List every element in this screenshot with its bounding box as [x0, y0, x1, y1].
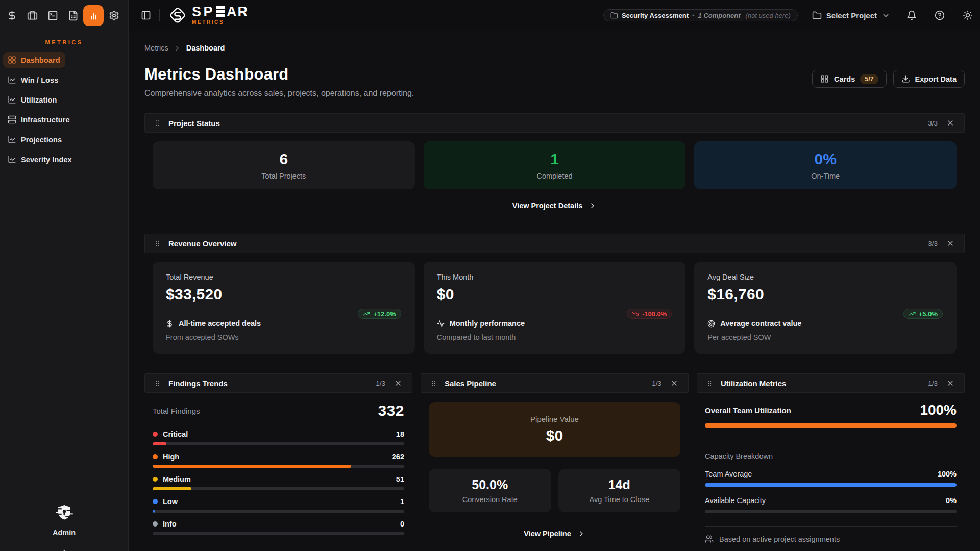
help-icon[interactable] [934, 9, 946, 21]
chart-line-icon [8, 76, 16, 84]
sidebar-item-projections[interactable]: Projections [3, 132, 67, 147]
cards-count-badge: 5/7 [860, 74, 878, 84]
revenue-overview-header: Revenue Overview 3/3 [144, 234, 965, 253]
drag-handle-icon[interactable] [154, 379, 161, 388]
progress-fill [153, 487, 191, 490]
drag-handle-icon[interactable] [154, 239, 161, 248]
admin-shield-avatar[interactable] [55, 504, 74, 522]
context-note: (not used here) [746, 12, 791, 19]
metrics-app-icon[interactable] [83, 5, 104, 26]
sidebar-section-label: METRICS [0, 39, 128, 45]
spear-logo: SP AR METRICS [167, 5, 249, 26]
trending-down-icon [632, 310, 639, 317]
trending-up-icon [363, 310, 370, 317]
findings-trends-section: Findings Trends 1/3 Total Findings 332 C… [144, 373, 412, 543]
progress-track [705, 510, 957, 513]
project-status-section: Project Status 3/3 6 Total Projects 1 Co… [144, 113, 965, 218]
team-average-row: Team Average 100% [705, 470, 957, 487]
context-component-count: 1 Component [698, 12, 741, 19]
app-icon-rail [0, 0, 129, 31]
sidebar-toggle-icon[interactable] [140, 9, 152, 21]
sidebar-item-dashboard[interactable]: Dashboard [3, 52, 65, 68]
context-project-name: Security Assessment [622, 12, 689, 19]
download-icon [901, 74, 910, 83]
conversion-rate-stat: 50.0% Conversion Rate [429, 469, 551, 512]
severity-dot [153, 477, 158, 482]
sidebar-item-win-loss[interactable]: Win / Loss [3, 72, 63, 88]
sidebar-item-utilization[interactable]: Utilization [3, 92, 62, 108]
sidebar: METRICS Dashboard Win / Loss Utilization… [0, 31, 129, 551]
severity-dot [153, 499, 158, 504]
close-icon[interactable] [670, 379, 678, 387]
documents-icon[interactable] [67, 9, 79, 21]
breadcrumb-root[interactable]: Metrics [144, 44, 168, 52]
dollar-icon [166, 320, 174, 328]
on-time-stat: 0% On-Time [694, 141, 957, 189]
close-icon[interactable] [946, 379, 954, 387]
cards-button[interactable]: Cards 5/7 [812, 70, 887, 88]
chevron-up-icon[interactable] [61, 548, 68, 551]
drag-handle-icon[interactable] [706, 379, 714, 388]
project-select-label: Select Project [826, 11, 877, 20]
sales-pipeline-header: Sales Pipeline 1/3 [421, 373, 689, 393]
close-icon[interactable] [946, 239, 954, 247]
finance-icon[interactable] [6, 9, 18, 21]
activity-icon [437, 320, 445, 328]
utilization-metrics-section: Utilization Metrics 1/3 Overall Team Uti… [697, 373, 965, 543]
drag-handle-icon[interactable] [430, 379, 437, 388]
drag-handle-icon[interactable] [154, 119, 161, 128]
export-data-button[interactable]: Export Data [893, 70, 965, 88]
progress-fill [153, 442, 166, 445]
folder-icon [610, 12, 618, 19]
finding-row-low: Low 1 [153, 497, 404, 513]
finding-row-critical: Critical 18 [153, 430, 404, 445]
chevron-down-icon [881, 11, 890, 20]
users-icon [705, 535, 714, 543]
revenue-overview-section: Revenue Overview 3/3 Total Revenue $33,5… [144, 234, 965, 362]
sidebar-item-severity-index[interactable]: Severity Index [3, 152, 77, 167]
progress-fill [153, 465, 351, 468]
section-count: 3/3 [928, 119, 938, 127]
main-content: Metrics Dashboard Metrics Dashboard Comp… [129, 31, 980, 551]
severity-dot [153, 454, 158, 459]
chevron-right-icon [174, 44, 181, 52]
close-icon[interactable] [946, 119, 954, 127]
view-pipeline-link[interactable]: View Pipeline [429, 530, 680, 538]
this-month-card: This Month $0 -100.0% Monthly performanc… [424, 262, 686, 354]
user-name: Admin [53, 529, 76, 537]
completed-projects-stat: 1 Completed [424, 141, 686, 189]
progress-track [153, 510, 404, 513]
section-count: 3/3 [928, 240, 938, 247]
section-count: 1/3 [376, 380, 385, 387]
notifications-bell-icon[interactable] [905, 9, 918, 21]
theme-toggle-sun-icon[interactable] [962, 9, 974, 21]
avg-time-to-close-stat: 14d Avg Time to Close [558, 469, 681, 512]
overall-utilization-label: Overall Team Utilization [705, 406, 791, 415]
chart-line-icon [8, 155, 16, 164]
progress-track [153, 532, 404, 535]
divider [705, 441, 957, 441]
breadcrumb-current: Dashboard [186, 44, 225, 52]
divider [705, 526, 957, 527]
view-project-details-link[interactable]: View Project Details [153, 202, 957, 210]
divider [159, 9, 160, 21]
sidebar-item-infrastructure[interactable]: Infrastructure [3, 112, 75, 128]
chart-line-icon [8, 135, 16, 144]
terminal-icon[interactable] [46, 9, 59, 21]
capacity-breakdown-label: Capacity Breakdown [705, 452, 957, 460]
close-icon[interactable] [394, 379, 402, 387]
finding-row-high: High 262 [153, 453, 404, 468]
section-count: 1/3 [652, 380, 662, 387]
briefcase-icon[interactable] [26, 9, 38, 21]
section-title: Revenue Overview [168, 239, 236, 248]
brand-wordmark: SP AR [192, 6, 249, 17]
project-select-dropdown[interactable]: Select Project [812, 11, 890, 20]
change-badge: +5.0% [903, 309, 943, 319]
folder-icon [812, 11, 822, 20]
change-badge: -100.0% [627, 309, 672, 319]
pipeline-value-card: Pipeline Value $0 [429, 402, 680, 457]
finding-row-info: Info 0 [153, 520, 404, 535]
section-title: Utilization Metrics [721, 379, 786, 388]
trending-up-icon [909, 310, 916, 317]
settings-icon[interactable] [108, 9, 120, 21]
